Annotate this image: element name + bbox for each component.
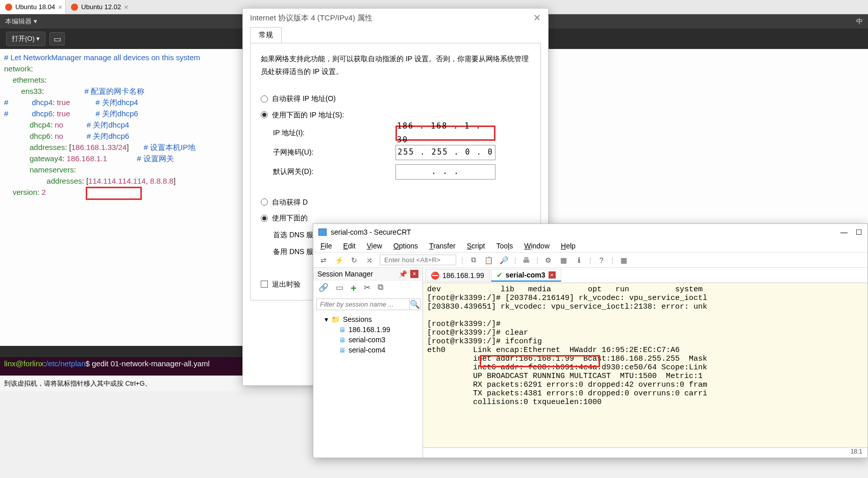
mask-label: 子网掩码(U): <box>273 146 395 159</box>
sessions-icon[interactable]: ▦ <box>559 255 569 265</box>
connect-icon[interactable]: ⇄ <box>318 255 329 265</box>
window-title: serial-com3 - SecureCRT <box>331 228 411 236</box>
settings-icon[interactable]: ⚙ <box>543 255 554 265</box>
toggle-icon[interactable]: ▦ <box>618 255 629 265</box>
radio-label: 自动获得 IP 地址(O) <box>272 92 336 105</box>
copy-icon[interactable]: ⧉ <box>468 255 479 265</box>
search-icon[interactable]: 🔍 <box>410 298 420 310</box>
gateway-input[interactable]: . . . <box>395 164 495 180</box>
print-icon[interactable]: 🖶 <box>521 255 531 265</box>
gateway-label: 默认网关(D): <box>273 165 395 178</box>
vm-tab-ubuntu1202[interactable]: Ubuntu 12.02 × <box>66 0 131 14</box>
pin-icon[interactable]: 📌 <box>399 270 407 278</box>
help-icon[interactable]: ? <box>597 255 607 265</box>
menu-window[interactable]: Window <box>524 242 550 250</box>
radio-label: 使用下面的 IP 地址(S): <box>272 109 344 121</box>
find-icon[interactable]: 🔎 <box>499 255 509 265</box>
radio-auto-ip[interactable]: 自动获得 IP 地址(O) <box>261 92 530 105</box>
tree-session[interactable]: 🖥186.168.1.99 <box>317 324 418 335</box>
highlight-box-ip <box>86 187 142 200</box>
highlight-box-inetaddr <box>480 355 600 367</box>
radio-auto-dns[interactable]: 自动获得 D <box>261 196 530 209</box>
vm-tab-label: Ubuntu 18.04 <box>15 3 55 11</box>
host-input[interactable] <box>380 255 456 265</box>
radio-label: 使用下面的 <box>272 212 308 224</box>
securecrt-window: serial-com3 - SecureCRT — ☐ FFileile Edi… <box>313 223 868 458</box>
dialog-description: 如果网络支持此功能，则可以获取自动指派的 IP 设置。否则，你需要从网络系统管理… <box>261 53 530 78</box>
menu-transfer[interactable]: Transfer <box>429 242 456 250</box>
ubuntu-icon <box>71 4 78 11</box>
window-icon[interactable]: ▭ <box>336 283 343 294</box>
dialog-titlebar: Internet 协议版本 4 (TCP/IPv4) 属性 ✕ <box>243 9 548 27</box>
quickconnect-icon[interactable]: ⚡ <box>334 255 344 265</box>
maximize-icon[interactable]: ☐ <box>856 228 862 236</box>
session-tabs: ⛔186.168.1.99 ✔serial-com3× <box>423 268 867 283</box>
monitor-icon: 🖥 <box>339 326 345 334</box>
menu-file[interactable]: FFileile <box>320 242 332 250</box>
session-manager-panel: Session Manager 📌 × 🔗 ▭ + ✂ ⧉ 🔍 ▾📁Sessio… <box>313 268 423 458</box>
menu-edit[interactable]: Edit <box>343 242 356 250</box>
tree-root[interactable]: ▾📁Sessions <box>317 314 418 324</box>
statusbar: 18:1 <box>423 447 867 458</box>
radio-label: 自动获得 D <box>272 196 308 209</box>
disconnect-icon[interactable]: ⤭ <box>364 255 375 265</box>
menu-tools[interactable]: Tools <box>497 242 513 250</box>
paste-icon[interactable]: 📋 <box>484 255 494 265</box>
folder-icon: 📁 <box>331 315 340 323</box>
vm-tab-label: Ubuntu 12.02 <box>81 3 121 11</box>
tree-session[interactable]: 🖥serial-com3 <box>317 335 418 345</box>
session-toolbar: 🔗 ▭ + ✂ ⧉ <box>313 280 423 296</box>
dialog-title: Internet 协议版本 4 (TCP/IPv4) 属性 <box>250 13 373 23</box>
session-tab[interactable]: ⛔186.168.1.99 <box>425 269 490 282</box>
vm-tab-ubuntu1804[interactable]: Ubuntu 18.04 × <box>0 0 66 14</box>
monitor-icon: 🖥 <box>339 346 345 354</box>
about-icon[interactable]: ℹ <box>574 255 584 265</box>
menu-help[interactable]: Help <box>561 242 576 250</box>
cut-icon[interactable]: ✂ <box>364 283 370 294</box>
session-tab-active[interactable]: ✔serial-com3× <box>491 269 561 282</box>
menu-options[interactable]: Options <box>393 242 418 250</box>
close-icon[interactable]: × <box>549 271 556 279</box>
subnet-mask-input[interactable]: 255 . 255 . 0 . 0 <box>395 145 495 160</box>
window-titlebar: serial-com3 - SecureCRT — ☐ <box>313 224 867 240</box>
close-icon[interactable]: ✕ <box>533 12 541 23</box>
link-icon[interactable]: 🔗 <box>318 283 329 294</box>
new-tab-button[interactable]: ▭ <box>49 32 65 45</box>
tab-general[interactable]: 常规 <box>250 27 282 43</box>
checkbox-label: 退出时验 <box>272 278 301 291</box>
close-icon[interactable]: × <box>124 3 128 11</box>
add-icon[interactable]: + <box>351 283 357 294</box>
close-icon[interactable]: × <box>410 270 418 278</box>
session-tree: ▾📁Sessions 🖥186.168.1.99 🖥serial-com3 🖥s… <box>313 312 423 357</box>
tree-session[interactable]: 🖥serial-com4 <box>317 345 418 355</box>
ip-label: IP 地址(I): <box>273 127 395 139</box>
ip-address-input[interactable]: 186 . 168 . 1 . 30 <box>395 125 495 141</box>
ime-indicator[interactable]: 中 <box>856 17 868 26</box>
radio-manual-dns[interactable]: 使用下面的 <box>261 212 530 224</box>
reconnect-icon[interactable]: ↻ <box>349 255 359 265</box>
copy-icon[interactable]: ⧉ <box>378 283 383 294</box>
menubar: FFileile Edit View Options Transfer Scri… <box>313 240 867 252</box>
status-time: 18:1 <box>851 448 862 458</box>
status-check-icon: ✔ <box>497 271 503 279</box>
text-editor-menu[interactable]: 本编辑器 ▾ <box>0 17 42 26</box>
menu-view[interactable]: View <box>367 242 382 250</box>
app-icon <box>318 229 327 236</box>
close-icon[interactable]: × <box>58 3 62 11</box>
toolbar: ⇄ ⚡ ↻ ⤭ | ⧉ 📋 🔎 | 🖶 | ⚙ ▦ ℹ | ? | ▦ <box>313 252 867 268</box>
open-button[interactable]: 打开(O) ▾ <box>6 32 45 46</box>
minimize-icon[interactable]: — <box>840 228 848 236</box>
panel-title: Session Manager <box>317 270 373 278</box>
monitor-icon: 🖥 <box>339 336 345 344</box>
filter-input[interactable] <box>316 298 410 310</box>
ubuntu-icon <box>5 4 12 11</box>
status-dot-icon: ⛔ <box>431 271 439 280</box>
menu-script[interactable]: Script <box>467 242 485 250</box>
